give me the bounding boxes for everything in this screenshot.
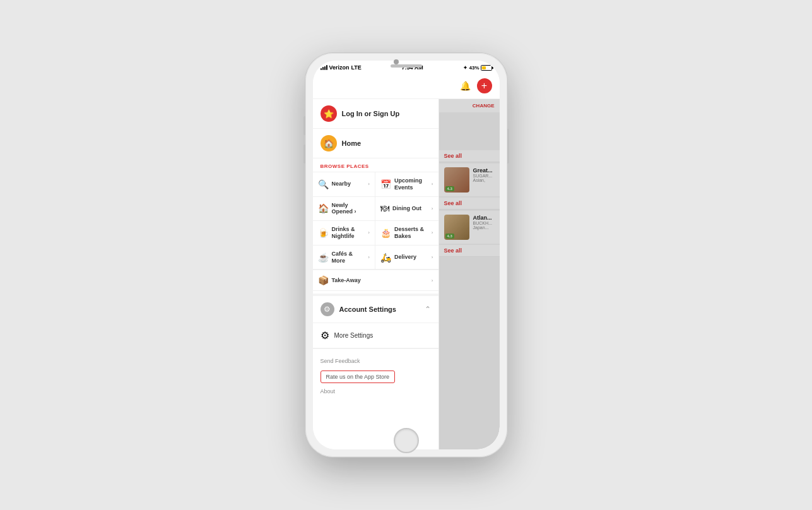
browse-grid: 🔍 Nearby › 📅 Upcoming Events › 🏠 [313,172,438,270]
login-label: Log In or Sign Up [342,110,400,117]
dining-icon: 🍽 [380,203,389,213]
network-label: LTE [351,64,362,71]
send-feedback-item[interactable]: Send Feedback [321,354,431,368]
battery-label: 43% [469,65,479,71]
carrier-label: Verizon [329,64,350,71]
more-settings-item[interactable]: ⚙ More Settings [313,323,438,348]
drinks-nightlife-item[interactable]: 🍺 Drinks & Nightlife › [313,221,376,246]
takeaway-icon: 📦 [318,275,329,285]
bell-icon[interactable]: 🔔 [459,80,472,92]
account-settings-label: Account Settings [339,305,396,313]
header-icons: 🔔 + [459,78,492,93]
nearby-item[interactable]: 🔍 Nearby › [313,172,376,197]
about-item[interactable]: About [321,386,431,397]
desserts-chevron: › [432,230,433,235]
delivery-label: Delivery [394,254,428,261]
nearby-label: Nearby [332,181,365,187]
dining-out-item[interactable]: 🍽 Dining Out › [375,197,438,222]
right-panel: CHANGE See all 4.3 Great... SUGAR... [439,99,500,449]
cafes-label: Cafés & More [332,251,365,264]
account-gear-icon: ⚙ [321,302,334,316]
login-item[interactable]: ⭐ Log In or Sign Up [313,99,438,129]
delivery-chevron: › [432,254,433,260]
home-button[interactable] [394,428,419,453]
cafes-item[interactable]: ☕ Cafés & More › [313,246,376,270]
desserts-item[interactable]: 🎂 Desserts & Bakes › [375,221,438,246]
battery-fill [482,66,486,69]
upcoming-events-item[interactable]: 📅 Upcoming Events › [375,172,438,197]
upcoming-chevron: › [432,181,433,187]
account-section: ⚙ Account Settings ⌃ ⚙ More Settings [313,294,438,348]
account-header-left: ⚙ Account Settings [321,302,396,316]
menu-panel: ⭐ Log In or Sign Up 🏠 Home BROWSE PLACES [313,99,439,449]
volume-down-button [303,145,305,163]
bluetooth-icon: ✦ [463,65,468,71]
more-settings-icon: ⚙ [321,329,329,341]
upcoming-icon: 📅 [380,179,391,189]
cafes-chevron: › [368,254,370,260]
account-settings-item[interactable]: ⚙ Account Settings ⌃ [313,296,438,323]
home-icon: 🏠 [321,135,337,151]
home-star: 🏠 [324,139,334,148]
power-button [507,129,509,163]
desserts-icon: 🎂 [380,228,391,238]
upcoming-label: Upcoming Events [394,177,428,191]
browse-section-label: BROWSE PLACES [313,158,438,172]
delivery-item[interactable]: 🛵 Delivery › [375,246,438,270]
nearby-chevron: › [368,181,370,187]
signal-icon [321,65,327,70]
delivery-icon: 🛵 [380,252,391,263]
newly-opened-icon: 🏠 [318,203,329,213]
overlay-dim [439,99,500,449]
takeaway-chevron: › [432,278,433,283]
status-left: Verizon LTE [321,64,362,71]
drinks-icon: 🍺 [318,228,329,238]
home-label: Home [342,139,362,147]
status-right: ✦ 43% [463,65,491,71]
cafes-icon: ☕ [318,252,329,263]
login-star: ⭐ [324,109,334,119]
camera [394,59,399,64]
drinks-label: Drinks & Nightlife [332,226,365,240]
about-section: Send Feedback Rate us on the App Store A… [313,348,438,402]
desserts-label: Desserts & Bakes [394,226,428,240]
account-chevron-up-icon: ⌃ [425,305,431,314]
login-icon: ⭐ [321,105,337,122]
more-settings-label: More Settings [334,332,374,339]
volume-up-button [303,116,305,135]
phone-frame: Verizon LTE 7:54 AM ✦ 43% 🔔 + [305,53,507,457]
add-button[interactable]: + [477,78,492,93]
dining-chevron: › [432,206,433,211]
takeaway-item[interactable]: 📦 Take-Away › [313,270,438,291]
takeaway-label: Take-Away [332,277,428,284]
dining-label: Dining Out [392,205,428,212]
nearby-icon: 🔍 [318,179,329,189]
battery-icon [481,65,492,71]
phone-screen: Verizon LTE 7:54 AM ✦ 43% 🔔 + [313,61,500,449]
newly-opened-label: Newly Opened › [332,202,367,216]
home-item[interactable]: 🏠 Home [313,129,438,158]
app-header: 🔔 + [313,73,500,99]
newly-opened-item[interactable]: 🏠 Newly Opened › [313,197,376,222]
drinks-chevron: › [368,230,370,235]
speaker [391,64,422,68]
content-area: ⭐ Log In or Sign Up 🏠 Home BROWSE PLACES [313,99,500,449]
rate-us-button[interactable]: Rate us on the App Store [321,371,396,383]
